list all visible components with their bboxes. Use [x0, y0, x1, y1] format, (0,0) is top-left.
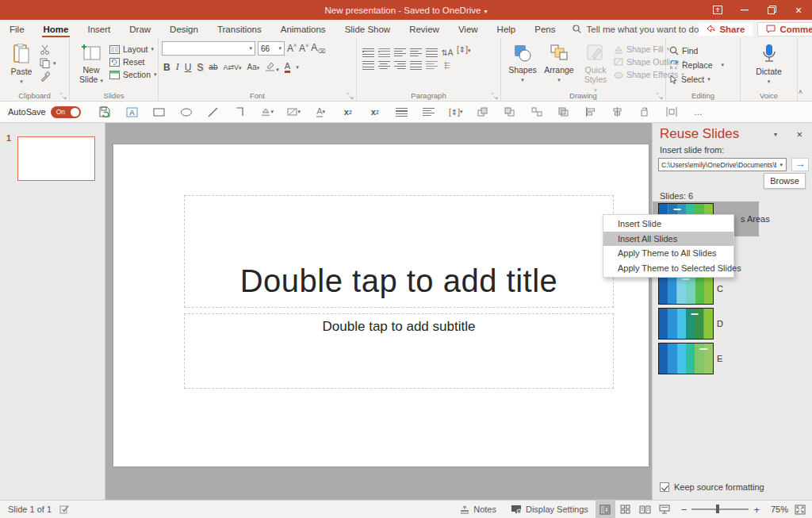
reuse-slide-thumbnail[interactable] [658, 343, 714, 374]
font-size-combobox[interactable]: 66▾ [258, 41, 285, 56]
send-backward-button[interactable] [496, 102, 523, 121]
align-objects-left-button[interactable] [577, 102, 604, 121]
paragraph-dialog-launcher-icon[interactable] [492, 93, 498, 99]
dictate-button[interactable]: Dictate ▾ [751, 41, 787, 87]
subscript-button[interactable]: x2 [335, 102, 362, 121]
ribbon-tab[interactable]: Help [488, 20, 526, 38]
autosave-toggle[interactable]: On [51, 106, 81, 118]
align-text-button[interactable]: [⇕]▾ [457, 45, 470, 54]
section-button[interactable]: Section▾ [109, 70, 157, 79]
text-direction-button[interactable]: ⇅A [441, 48, 453, 57]
align-objects-center-button[interactable] [604, 102, 631, 121]
font-color-button[interactable]: A [285, 62, 290, 73]
ribbon-tab[interactable]: Review [400, 20, 449, 38]
panel-options-caret-icon[interactable]: ▾ [774, 131, 777, 138]
clear-formatting-button[interactable]: A⌫ [311, 42, 325, 55]
ribbon-tab[interactable]: File [0, 20, 34, 38]
highlight-color-button[interactable]: ▾ [265, 61, 279, 73]
font-name-combobox[interactable]: ▾ [162, 41, 255, 56]
ribbon-tab[interactable]: Slide Show [335, 20, 400, 38]
close-button[interactable]: × [785, 0, 812, 20]
draw-textbox-button[interactable]: A [119, 102, 146, 121]
zoom-slider[interactable] [691, 508, 749, 510]
convert-smartart-button[interactable]: ⬱ [444, 61, 450, 70]
keep-source-formatting[interactable]: Keep source formatting [660, 482, 764, 492]
select-button[interactable]: Select▾ [669, 75, 724, 84]
display-settings-button[interactable]: Display Settings [504, 501, 596, 518]
ribbon-tab[interactable]: Design [160, 20, 208, 38]
font-dialog-launcher-icon[interactable] [347, 93, 354, 99]
zoom-slider-thumb[interactable] [716, 505, 719, 513]
bold-button[interactable]: B [163, 62, 170, 73]
copy-button[interactable]: ▾ [40, 58, 56, 68]
strikethrough-button[interactable]: ab [209, 63, 217, 71]
more-commands-button[interactable]: … [685, 102, 712, 121]
align-right-button[interactable] [394, 61, 406, 70]
qat-shape-fill-button[interactable]: ▾ [254, 102, 281, 121]
ribbon-display-options-button[interactable] [704, 0, 731, 20]
superscript-button[interactable]: x2 [362, 102, 389, 121]
replace-button[interactable]: bc Replace ▾ [669, 60, 724, 70]
increase-font-size-button[interactable]: A˄ [287, 43, 297, 54]
save-button[interactable] [92, 102, 119, 121]
qat-font-color-button[interactable]: A ▾ [308, 102, 335, 121]
slide-1-thumbnail[interactable] [17, 136, 95, 181]
format-painter-button[interactable] [40, 71, 56, 82]
change-case-button[interactable]: Aa▾ [247, 63, 260, 71]
line-spacing-button[interactable] [426, 48, 438, 57]
arrange-button[interactable]: Arrange ▾ [541, 41, 577, 86]
merge-shapes-button[interactable] [550, 102, 577, 121]
numbering-button[interactable] [378, 48, 390, 57]
bullets-button[interactable] [362, 48, 374, 57]
paste-button[interactable]: Paste ▾ [3, 41, 40, 87]
shapes-button[interactable]: Shapes ▾ [504, 41, 541, 86]
rotate-objects-button[interactable] [631, 102, 658, 121]
reading-view-button[interactable] [635, 501, 655, 518]
distribute-horizontal-button[interactable] [658, 102, 685, 121]
new-slide-button[interactable]: NewSlide ▾ [73, 41, 109, 86]
elbow-connector-button[interactable] [227, 102, 254, 121]
text-shadow-button[interactable]: S [197, 62, 203, 73]
slide-sorter-view-button[interactable] [615, 501, 635, 518]
zoom-in-button[interactable]: + [753, 504, 760, 516]
context-menu-item[interactable]: Apply Theme to Selected Slides [603, 261, 733, 276]
columns-button[interactable] [426, 61, 438, 70]
justify-button[interactable] [410, 61, 422, 70]
context-menu-item[interactable]: Apply Theme to All Slides [603, 246, 733, 261]
align-center-button[interactable] [378, 61, 390, 70]
line-shape-button[interactable] [200, 102, 227, 121]
qat-shape-outline-button[interactable]: ▾ [281, 102, 308, 121]
decrease-indent-button[interactable] [394, 48, 406, 57]
ribbon-tab[interactable]: Pens [525, 20, 565, 38]
increase-indent-button[interactable] [410, 48, 422, 57]
insert-from-path-combobox[interactable]: C:\Users\emily\OneDrive\Documents\Blog\S… [658, 158, 787, 171]
qat-align-text-button[interactable]: [⇕]▾ [442, 102, 469, 121]
group-objects-button[interactable] [523, 102, 550, 121]
share-button[interactable]: Share [699, 23, 753, 36]
italic-button[interactable]: I [176, 61, 179, 73]
reuse-slide-thumbnail[interactable] [658, 308, 714, 340]
reuse-slide-row[interactable]: E [653, 341, 812, 376]
zoom-percentage[interactable]: 75% [764, 505, 788, 514]
drawing-dialog-launcher-icon[interactable] [657, 93, 663, 99]
bring-forward-button[interactable] [469, 102, 496, 121]
context-menu-item[interactable]: Insert Slide [603, 217, 733, 232]
ribbon-tab[interactable]: Transitions [208, 20, 271, 38]
layout-button[interactable]: Layout▾ [109, 44, 157, 54]
ribbon-tab[interactable]: Animations [271, 20, 335, 38]
ribbon-tab[interactable]: Draw [120, 20, 160, 38]
rectangle-shape-button[interactable] [146, 102, 173, 121]
title-placeholder[interactable]: Double tap to add title [184, 195, 614, 308]
reset-button[interactable]: Reset [109, 57, 157, 67]
comments-button[interactable]: Comments [757, 22, 812, 36]
normal-view-button[interactable] [596, 501, 615, 518]
cut-button[interactable] [40, 44, 56, 55]
character-spacing-button[interactable]: A⇄V▾ [223, 63, 241, 71]
align-left-button[interactable] [362, 61, 374, 70]
ribbon-tab[interactable]: Home [34, 20, 79, 38]
browse-button[interactable]: Browse [764, 173, 806, 189]
reuse-slide-row[interactable]: D [653, 306, 812, 341]
ribbon-tab[interactable]: Insert [78, 20, 120, 38]
saved-dropdown-caret-icon[interactable]: ▾ [484, 8, 487, 15]
slide-editing-surface[interactable]: Double tap to add title Double tap to ad… [113, 144, 649, 466]
